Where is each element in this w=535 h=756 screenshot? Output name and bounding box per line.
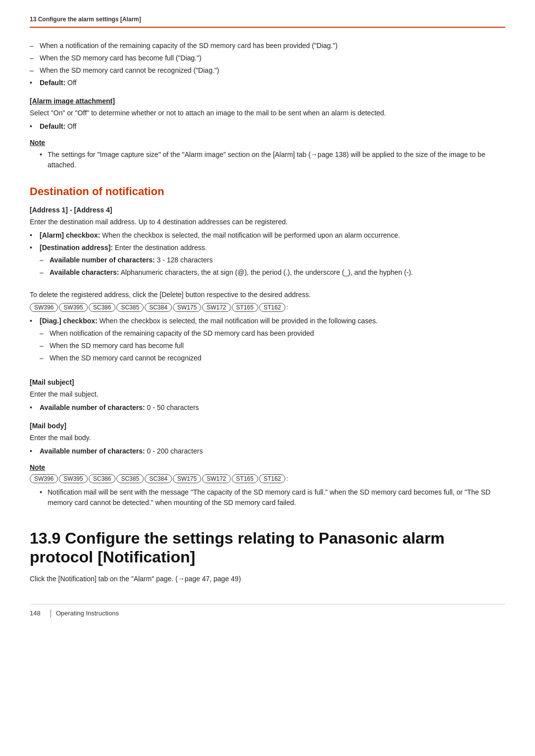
intro-bullet-list: When a notification of the remaining cap… bbox=[30, 40, 505, 89]
tag2-sc386: SC386 bbox=[89, 474, 116, 483]
footer-label: Operating Instructions bbox=[56, 609, 119, 617]
alarm-image-default-list: Default: Off bbox=[30, 120, 505, 133]
delete-text: To delete the registered address, click … bbox=[30, 290, 505, 300]
tags-row-1: SW396 SW395 SC386 SC385 SC384 SW175 SW17… bbox=[30, 303, 505, 312]
tag-st162: ST162 bbox=[259, 303, 285, 312]
address-sub-1: Available number of characters: 3 - 128 … bbox=[40, 254, 505, 266]
tag2-sc384: SC384 bbox=[145, 474, 172, 483]
tag-sw175: SW175 bbox=[173, 303, 201, 312]
chapter-header: 13 Configure the alarm settings [Alarm] bbox=[30, 15, 505, 28]
mail-body-heading: [Mail body] bbox=[30, 422, 505, 430]
tag2-st162: ST162 bbox=[259, 474, 285, 483]
tag-sw172: SW172 bbox=[202, 303, 230, 312]
note2-item-1: Notification mail will be sent with the … bbox=[40, 486, 505, 509]
tags-row-2: SW396 SW395 SC386 SC385 SC384 SW175 SW17… bbox=[30, 474, 505, 483]
chapter-13-9-body: Click the [Notification] tab on the "Ala… bbox=[30, 574, 505, 584]
mail-body-bullet-list: Available number of characters: 0 - 200 … bbox=[30, 445, 505, 457]
diag-sub-list: When notification of the remaining capac… bbox=[40, 327, 505, 364]
tag-sc386: SC386 bbox=[89, 303, 116, 312]
diag-sub-2: When the SD memory card has become full bbox=[40, 340, 505, 352]
intro-bullet-3: When the SD memory card cannot be recogn… bbox=[30, 64, 505, 77]
alarm-image-body: Select "On" or "Off" to determine whethe… bbox=[30, 108, 505, 118]
tag-st165: ST165 bbox=[232, 303, 258, 312]
tag-colon-2: : bbox=[286, 475, 288, 482]
address-heading: [Address 1] - [Address 4] bbox=[30, 206, 505, 214]
address-sub-2: Available characters: Alphanumeric chara… bbox=[40, 266, 505, 279]
diag-bullet-list: [Diag.] checkbox: When the checkbox is s… bbox=[30, 315, 505, 370]
tag2-sw175: SW175 bbox=[173, 474, 201, 483]
alarm-image-heading: [Alarm image attachment] bbox=[30, 97, 505, 105]
destination-heading: Destination of notification bbox=[30, 185, 505, 198]
diag-checkbox-bullet: [Diag.] checkbox: When the checkbox is s… bbox=[30, 315, 505, 370]
footer-separator bbox=[51, 609, 51, 617]
note1-item-1: The settings for "Image capture size" of… bbox=[40, 149, 505, 171]
intro-bullet-2: When the SD memory card has become full … bbox=[30, 52, 505, 64]
alarm-image-default: Default: Off bbox=[30, 120, 505, 133]
tag2-sw396: SW396 bbox=[30, 474, 58, 483]
tag2-sc385: SC385 bbox=[116, 474, 144, 483]
page-number: 148 bbox=[30, 609, 41, 617]
tag-sw395: SW395 bbox=[59, 303, 87, 312]
tag2-st165: ST165 bbox=[232, 474, 258, 483]
address-sub-list: Available number of characters: 3 - 128 … bbox=[40, 254, 505, 279]
tag-sc384: SC384 bbox=[145, 303, 172, 312]
note2-label: Note bbox=[30, 463, 505, 471]
chapter-header-label: 13 Configure the alarm settings [Alarm] bbox=[30, 16, 141, 23]
page-footer: 148 Operating Instructions bbox=[30, 604, 505, 617]
note2-list: Notification mail will be sent with the … bbox=[40, 486, 505, 509]
intro-bullet-1: When a notification of the remaining cap… bbox=[30, 40, 505, 52]
address-alarm-checkbox: [Alarm] checkbox: When the checkbox is s… bbox=[30, 229, 505, 242]
mail-subject-chars: Available number of characters: 0 - 50 c… bbox=[30, 402, 505, 414]
tag-sc385: SC385 bbox=[116, 303, 144, 312]
diag-sub-1: When notification of the remaining capac… bbox=[40, 327, 505, 340]
note1-list: The settings for "Image capture size" of… bbox=[40, 149, 505, 171]
tag-colon-1: : bbox=[286, 304, 288, 311]
chapter-13-9-heading: 13.9 Configure the settings relating to … bbox=[30, 529, 505, 567]
address-bullet-list: [Alarm] checkbox: When the checkbox is s… bbox=[30, 229, 505, 285]
diag-sub-3: When the SD memory card cannot be recogn… bbox=[40, 352, 505, 364]
note1-label: Note bbox=[30, 139, 505, 147]
address-destination-address: [Destination address]: Enter the destina… bbox=[30, 242, 505, 285]
tag2-sw172: SW172 bbox=[202, 474, 230, 483]
tag-sw396: SW396 bbox=[30, 303, 58, 312]
mail-subject-heading: [Mail subject] bbox=[30, 378, 505, 386]
intro-bullet-4: Default: Off bbox=[30, 77, 505, 89]
mail-body-body: Enter the mail body. bbox=[30, 433, 505, 443]
mail-body-chars: Available number of characters: 0 - 200 … bbox=[30, 445, 505, 457]
page-content: 13 Configure the alarm settings [Alarm] … bbox=[0, 0, 535, 647]
address-body: Enter the destination mail address. Up t… bbox=[30, 217, 505, 227]
mail-subject-bullet-list: Available number of characters: 0 - 50 c… bbox=[30, 402, 505, 414]
tag2-sw395: SW395 bbox=[59, 474, 87, 483]
mail-subject-body: Enter the mail subject. bbox=[30, 389, 505, 400]
